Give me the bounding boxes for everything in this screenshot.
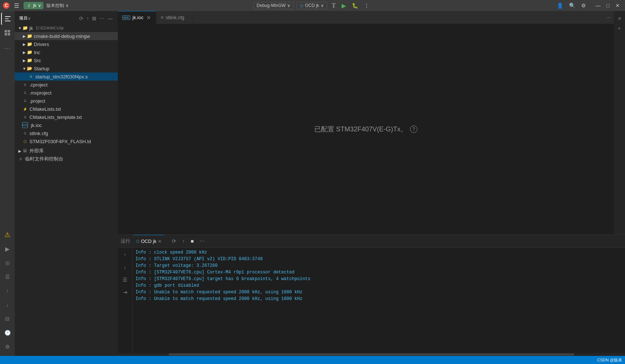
- warnings-icon[interactable]: ⚠: [1, 229, 14, 241]
- tab-more-icon[interactable]: ⋯: [603, 15, 614, 20]
- titlebar: C ☰ J jk ∨ 版本控制 ∨ Debug-MinGW ∨ ⬡ OCD jk…: [0, 0, 625, 11]
- more-options[interactable]: ⋮: [363, 2, 371, 9]
- root-folder-icon: 📁: [22, 25, 28, 31]
- cproject-label: .cproject: [29, 82, 47, 88]
- tree-item-temp[interactable]: ≡ 临时文件和控制台: [15, 155, 118, 163]
- run-debug-icon[interactable]: ▶: [1, 243, 14, 255]
- panel-more-icon[interactable]: ⋯: [198, 237, 206, 245]
- debug-bug-icon[interactable]: 🐛: [350, 2, 360, 9]
- ld-label: STM32F030F4PX_FLASH.ld: [29, 139, 91, 144]
- drivers-arrow: ▶: [22, 42, 27, 46]
- tree-item-src[interactable]: ▶ 📁 Src: [15, 56, 118, 64]
- up-icon[interactable]: ↑: [1, 285, 14, 297]
- tree-item-startup[interactable]: ▼ 📂 Startup: [15, 64, 118, 73]
- mxproject-icon: ≡: [22, 90, 28, 96]
- split-icon[interactable]: ⊟: [1, 312, 14, 325]
- version-control[interactable]: 版本控制 ∨: [46, 3, 69, 9]
- user-menu[interactable]: J jk ∨: [24, 2, 43, 9]
- close-button[interactable]: ✕: [613, 3, 622, 8]
- help-icon[interactable]: ?: [410, 126, 417, 133]
- titlebar-right-actions: 👤 🔍 ⚙: [555, 2, 587, 9]
- panel-down-arrow[interactable]: ↓: [120, 262, 131, 273]
- root-label: jk: [29, 25, 33, 31]
- tree-item-mxproject[interactable]: ≡ .mxproject: [15, 89, 118, 97]
- sidebar-actions: ⟳ ↑ ⊠ ⋯ —: [78, 15, 113, 22]
- ld-icon: ⬡: [22, 138, 28, 144]
- right-icon-2[interactable]: ≡: [616, 26, 623, 31]
- panel-up-arrow[interactable]: ↑: [120, 249, 131, 260]
- file-tree: ▼ 📁 jk D:\EDA\MCU\jk ▶ 📁 cmake-build-deb…: [15, 24, 118, 356]
- tree-item-jk-ioc[interactable]: IOC jk.ioc: [15, 121, 118, 129]
- sidebar-more-icon[interactable]: ⋯: [99, 15, 105, 22]
- ocd-label: OCD jk: [305, 3, 319, 8]
- ocd-selector[interactable]: ⬡ OCD jk ∨: [297, 2, 327, 9]
- activity-bar: … ⚠ ▶ ◎ ☰ ↑ ↓ ⊟ 🕐 ⚙: [0, 11, 15, 356]
- startup-label: Startup: [34, 66, 49, 71]
- tree-item-stlink[interactable]: ≡ stlink.cfg: [15, 129, 118, 137]
- panel-tab-ocd-close[interactable]: ✕: [158, 239, 162, 244]
- tab-jk-ioc[interactable]: IOC jk.ioc ✕: [118, 11, 156, 24]
- project-icon: ≡: [22, 98, 28, 104]
- activity-more[interactable]: …: [1, 40, 14, 53]
- activity-bar-bottom: ⚠ ▶ ◎ ☰ ↑ ↓ ⊟ 🕐 ⚙: [1, 229, 14, 356]
- terminal-line-2: Info : STLINK V2J37S7 (API v2) VID:PID 0…: [135, 256, 622, 262]
- tab-jk-ioc-close[interactable]: ✕: [146, 15, 152, 21]
- tree-item-ld[interactable]: ⬡ STM32F030F4PX_FLASH.ld: [15, 137, 118, 145]
- panel-up-icon[interactable]: ↑: [181, 237, 186, 245]
- menu-icon[interactable]: ☰: [13, 2, 21, 9]
- tree-item-cmake-build[interactable]: ▶ 📁 cmake-build-debug-mingw: [15, 32, 118, 40]
- tree-item-startup-file[interactable]: ≡ startup_stm32f030f4px.s: [15, 73, 118, 81]
- account-icon[interactable]: 👤: [555, 2, 565, 9]
- settings-icon[interactable]: ⚙: [580, 2, 587, 9]
- terminal-content: Info : clock speed 2000 kHz Info : STLIN…: [133, 248, 625, 353]
- collapse-icon[interactable]: ⊠: [91, 15, 97, 22]
- root-path: D:\EDA\MCU\jk: [36, 26, 64, 30]
- list-icon[interactable]: ☰: [1, 271, 14, 283]
- debug-config-label: Debug-MinGW: [257, 3, 286, 8]
- cursor-icon[interactable]: 𝕋: [330, 1, 337, 10]
- collapse-up-icon[interactable]: ↑: [86, 15, 90, 22]
- sync-icon[interactable]: ⟳: [78, 15, 84, 22]
- clock-icon[interactable]: 🕐: [1, 326, 14, 339]
- maximize-button[interactable]: □: [604, 3, 612, 8]
- sidebar-minimize-icon[interactable]: —: [107, 15, 113, 22]
- minimize-button[interactable]: —: [593, 3, 603, 8]
- activity-extensions[interactable]: [1, 26, 14, 39]
- panel-list-icon[interactable]: ☰: [120, 274, 131, 285]
- terminal-scrollbar[interactable]: [118, 353, 625, 356]
- debug-config-selector[interactable]: Debug-MinGW ∨: [253, 2, 294, 9]
- run-button[interactable]: ▶: [340, 1, 347, 10]
- tree-root[interactable]: ▼ 📁 jk D:\EDA\MCU\jk: [15, 24, 118, 32]
- debug-circle-icon[interactable]: ◎: [1, 257, 14, 269]
- svg-rect-2: [5, 33, 7, 36]
- terminal-line-3: Info : Target voltage: 3.267280: [135, 262, 622, 269]
- tab-stlink-cfg[interactable]: ≡ stlink.cfg: [156, 11, 193, 24]
- panel-restart-icon[interactable]: ⟳: [170, 237, 178, 245]
- search-icon[interactable]: 🔍: [568, 2, 577, 9]
- right-icon-1[interactable]: ≡: [617, 14, 622, 23]
- window-controls: — □ ✕: [593, 3, 622, 8]
- panel-tab-ocd[interactable]: ⬡ OCD jk ✕: [133, 235, 165, 248]
- ioc-icon: IOC: [22, 122, 28, 128]
- user-arrow: ∨: [38, 3, 41, 8]
- tree-item-cmake[interactable]: ⚡ CMakeLists.txt: [15, 105, 118, 113]
- tree-item-cproject[interactable]: ≡ .cproject: [15, 81, 118, 89]
- tree-item-cmake-template[interactable]: ≡ CMakeLists_template.txt: [15, 113, 118, 121]
- scrollbar-thumb[interactable]: [169, 353, 574, 356]
- cmake-build-label: cmake-build-debug-mingw: [34, 33, 90, 39]
- cmake-label: CMakeLists.txt: [29, 106, 61, 112]
- panel-indent-icon[interactable]: ⇥: [120, 287, 131, 298]
- tree-item-project[interactable]: ≡ .project: [15, 97, 118, 105]
- tree-item-drivers[interactable]: ▶ 📁 Drivers: [15, 40, 118, 48]
- git-icon[interactable]: ⚙: [1, 340, 14, 353]
- startup-arrow: ▼: [22, 66, 27, 71]
- tab-jk-ioc-label: jk.ioc: [133, 15, 144, 20]
- activity-explorer[interactable]: [1, 13, 14, 25]
- version-label: 版本控制: [46, 3, 64, 9]
- tree-item-external-lib[interactable]: ▶ 🏛 外部库: [15, 147, 118, 155]
- panel-stop-icon[interactable]: ■: [189, 237, 195, 245]
- tab-cfg-icon: ≡: [161, 15, 164, 20]
- mxproject-label: .mxproject: [29, 90, 52, 96]
- down-icon[interactable]: ↓: [1, 298, 14, 311]
- tree-item-inc[interactable]: ▶ 📁 Inc: [15, 48, 118, 56]
